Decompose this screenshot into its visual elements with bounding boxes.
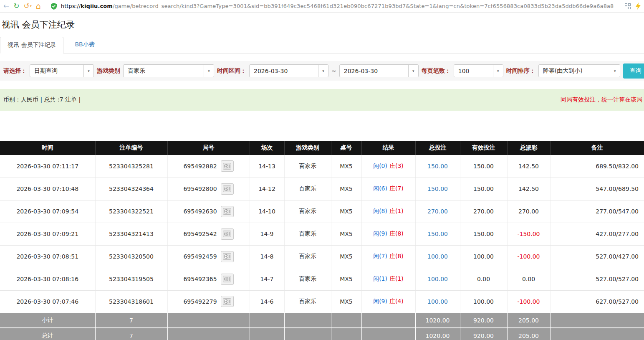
cell-round: 695492800 (167, 178, 250, 200)
table-row: 2026-03-30 07:11:17 523304325281 6954928… (0, 155, 644, 178)
replay-video-icon[interactable] (221, 160, 234, 172)
table-header-row: 时间 注单编号 局号 场次 游戏类别 桌号 结果 总投注 有效投注 总派彩 备注 (0, 141, 644, 155)
home-icon[interactable]: ⌂ (36, 2, 41, 10)
summary-currency-count: 币别：人民币 | 总共 :7 注单 | (3, 96, 81, 104)
cell-time: 2026-03-30 07:08:16 (0, 268, 95, 290)
page-size-select[interactable]: 100 ▾ (454, 64, 503, 77)
refresh-icon[interactable]: ↻ (13, 3, 19, 10)
cell-result: 闲(8)庄(1) (361, 200, 415, 223)
query-type-select[interactable]: 日期查询 ▾ (30, 64, 94, 77)
cell-round: 695492630 (167, 200, 250, 223)
undo-button[interactable]: ↺ ▾ (24, 3, 32, 10)
total-valid-bet: 920.00 (460, 328, 507, 340)
cell-valid-bet: 100.00 (460, 290, 507, 313)
replay-video-icon[interactable] (221, 183, 234, 195)
total-empty-cell (550, 328, 644, 340)
cell-payout: 142.50 (507, 178, 550, 200)
result-player: 闲(9) (373, 298, 387, 304)
result-player: 闲(1) (373, 275, 387, 282)
back-icon[interactable]: ← (3, 3, 9, 10)
col-round: 局号 (167, 141, 250, 155)
sort-order-select[interactable]: 降幂(由大到小) ▾ (538, 64, 620, 77)
cell-time: 2026-03-30 07:08:51 (0, 245, 95, 268)
security-shield-icon[interactable] (51, 3, 57, 10)
date-to-select[interactable]: 2026-03-30 ▾ (339, 64, 419, 77)
lightning-icon[interactable] (636, 3, 641, 10)
cell-note: 547.00/689.50 (550, 178, 644, 200)
cell-total-bet[interactable]: 100.00 (415, 245, 460, 268)
table-row: 2026-03-30 07:08:16 523304319505 6954923… (0, 268, 644, 290)
page-size-label: 每页笔数： (422, 67, 451, 75)
cell-table-no: MX5 (331, 178, 361, 200)
cell-note: 627.00/527.00 (550, 290, 644, 313)
table-row: 2026-03-30 07:08:51 523304320500 6954924… (0, 245, 644, 268)
cell-time: 2026-03-30 07:09:21 (0, 223, 95, 245)
cell-round: 695492459 (167, 245, 250, 268)
cell-game-type: 百家乐 (284, 223, 331, 245)
cell-session: 14-13 (250, 155, 284, 178)
col-note: 备注 (550, 141, 644, 155)
address-bar[interactable]: https://kiqiiu.com/game/betrecord_search… (61, 3, 621, 9)
tab-bar: 视讯 会员下注纪录 BB小费 (0, 37, 644, 53)
cell-total-bet[interactable]: 150.00 (415, 155, 460, 178)
date-from-select[interactable]: 2026-03-30 ▾ (249, 64, 328, 77)
game-type-select[interactable]: 百家乐 ▾ (123, 64, 214, 77)
tab-bb-tip[interactable]: BB小费 (68, 37, 101, 53)
filter-bar: 请选择： 日期查询 ▾ 游戏类别 百家乐 ▾ 时间区间： 2026-03-30 … (0, 61, 644, 81)
cell-total-bet[interactable]: 100.00 (415, 268, 460, 290)
result-banker: 庄(1) (389, 208, 404, 214)
cell-bet-id: 523304320500 (95, 245, 167, 268)
table-row: 2026-03-30 07:10:48 523304324364 6954928… (0, 178, 644, 200)
cell-table-no: MX5 (331, 290, 361, 313)
result-banker: 庄(7) (389, 185, 404, 192)
table-body: 2026-03-30 07:11:17 523304325281 6954928… (0, 155, 644, 313)
cell-game-type: 百家乐 (284, 155, 331, 178)
subtotal-count: 7 (95, 313, 167, 328)
caret-down-icon: ▾ (610, 65, 620, 77)
round-number: 695492630 (183, 208, 217, 215)
result-banker: 庄(1) (389, 275, 404, 282)
replay-video-icon[interactable] (221, 228, 234, 240)
caret-down-icon: ▾ (83, 65, 93, 77)
cell-time: 2026-03-30 07:10:48 (0, 178, 95, 200)
url-scheme: https:// (61, 3, 81, 9)
subtotal-label: 小计 (0, 313, 95, 328)
caret-down-icon: ▾ (318, 65, 328, 77)
replay-video-icon[interactable] (221, 251, 234, 262)
result-player: 闲(0) (373, 162, 387, 169)
cell-bet-id: 523304318601 (95, 290, 167, 313)
search-button[interactable]: 查询 (623, 63, 644, 79)
replay-video-icon[interactable] (221, 274, 234, 285)
cell-total-bet[interactable]: 100.00 (415, 290, 460, 313)
result-banker: 庄(8) (389, 230, 404, 237)
col-payout: 总派彩 (507, 141, 550, 155)
cell-result: 闲(9)庄(8) (361, 223, 415, 245)
game-type-value: 百家乐 (124, 67, 145, 75)
cell-session: 14-8 (250, 245, 284, 268)
cell-round: 695492882 (167, 155, 250, 178)
cell-valid-bet: 270.00 (460, 200, 507, 223)
bet-records-table: 时间 注单编号 局号 场次 游戏类别 桌号 结果 总投注 有效投注 总派彩 备注… (0, 141, 644, 340)
subtotal-empty-cell (167, 313, 250, 328)
cell-total-bet[interactable]: 150.00 (415, 178, 460, 200)
total-row: 总计 7 1020.00 920.00 205.00 (0, 328, 644, 340)
replay-video-icon[interactable] (221, 296, 234, 307)
col-result: 结果 (361, 141, 415, 155)
tab-betrecord[interactable]: 视讯 会员下注纪录 (0, 37, 63, 53)
cell-total-bet[interactable]: 270.00 (415, 200, 460, 223)
result-banker: 庄(8) (389, 253, 404, 259)
total-empty-cell (250, 328, 284, 340)
total-empty-cell (361, 328, 415, 340)
cell-note: 527.00/427.00 (550, 245, 644, 268)
table-row: 2026-03-30 07:09:54 523304322521 6954926… (0, 200, 644, 223)
cell-table-no: MX5 (331, 268, 361, 290)
cell-round: 695492542 (167, 223, 250, 245)
query-type-label: 请选择： (3, 67, 27, 75)
sort-order-label: 时间排序： (506, 67, 535, 75)
cell-total-bet[interactable]: 150.00 (415, 223, 460, 245)
cell-valid-bet: 100.00 (460, 245, 507, 268)
extensions-icon[interactable] (625, 3, 631, 9)
replay-video-icon[interactable] (221, 206, 234, 217)
cell-game-type: 百家乐 (284, 245, 331, 268)
cell-time: 2026-03-30 07:09:54 (0, 200, 95, 223)
